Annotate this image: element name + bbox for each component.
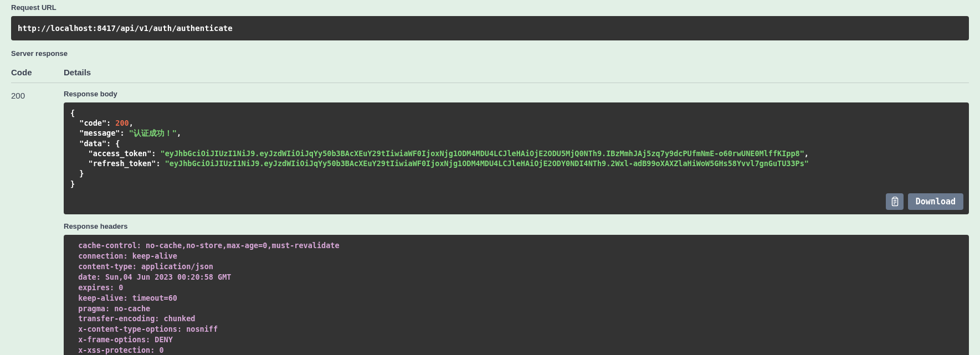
header-key: x-xss-protection: — [74, 346, 159, 354]
header-line: connection: keep-alive — [74, 251, 959, 261]
request-url-value: http://localhost:8417/api/v1/auth/authen… — [11, 16, 969, 40]
header-key: x-content-type-options: — [74, 325, 186, 333]
column-details-header: Details — [64, 68, 91, 77]
header-value: no-cache,no-store,max-age=0,must-revalid… — [146, 241, 344, 250]
json-comma: , — [129, 119, 134, 127]
json-key-data: "data" — [79, 139, 106, 148]
response-table-header: Code Details — [11, 68, 969, 83]
clipboard-icon — [890, 197, 899, 207]
svg-rect-1 — [893, 197, 896, 199]
header-value: application/json — [141, 262, 218, 271]
header-key: transfer-encoding: — [74, 314, 164, 323]
header-line: x-content-type-options: nosniff — [74, 324, 959, 335]
header-value: no-cache — [114, 304, 155, 313]
header-key: pragma: — [74, 304, 114, 313]
json-key-code: "code" — [79, 119, 106, 127]
header-line: keep-alive: timeout=60 — [74, 293, 959, 303]
json-brace: } — [70, 169, 84, 178]
header-line: date: Sun,04 Jun 2023 00:20:58 GMT — [74, 272, 959, 282]
json-colon: : — [120, 128, 129, 137]
json-key-message: "message" — [79, 128, 120, 137]
json-colon: : — [156, 159, 165, 168]
header-line: transfer-encoding: chunked — [74, 313, 959, 324]
header-key: keep-alive: — [74, 294, 132, 302]
header-value: 0 — [119, 283, 127, 292]
json-brace: { — [70, 109, 75, 117]
copy-button[interactable] — [886, 193, 904, 210]
json-comma: , — [177, 128, 181, 137]
header-line: content-type: application/json — [74, 261, 959, 272]
response-headers-block: cache-control: no-cache,no-store,max-age… — [64, 235, 969, 355]
status-code: 200 — [11, 90, 64, 355]
header-line: cache-control: no-cache,no-store,max-age… — [74, 240, 959, 251]
json-brace: } — [70, 179, 75, 188]
json-val-message: "认证成功！" — [129, 128, 177, 137]
header-line: x-frame-options: DENY — [74, 335, 959, 345]
header-key: content-type: — [74, 262, 141, 271]
header-value: timeout=60 — [132, 294, 182, 302]
json-key-refresh-token: "refresh_token" — [89, 159, 156, 168]
header-line: x-xss-protection: 0 — [74, 345, 959, 355]
header-line: pragma: no-cache — [74, 303, 959, 314]
header-value: keep-alive — [132, 251, 182, 260]
header-key: expires: — [74, 283, 119, 292]
request-url-label: Request URL — [11, 0, 969, 12]
response-body-label: Response body — [64, 90, 969, 98]
header-value: chunked — [164, 314, 200, 323]
json-comma: , — [804, 149, 809, 158]
header-key: date: — [74, 272, 105, 281]
json-colon: : { — [106, 139, 120, 148]
column-code-header: Code — [11, 68, 64, 77]
response-row: 200 Response body { "code": 200, "messag… — [11, 90, 969, 355]
response-headers-label: Response headers — [64, 222, 969, 230]
header-key: connection: — [74, 251, 132, 260]
header-value: nosniff — [186, 325, 222, 333]
json-key-access-token: "access_token" — [89, 149, 152, 158]
json-val-access-token: "eyJhbGciOiJIUzI1NiJ9.eyJzdWIiOiJqYy50b3… — [161, 149, 804, 158]
json-val-refresh-token: "eyJhbGciOiJIUzI1NiJ9.eyJzdWIiOiJqYy50b3… — [165, 159, 809, 168]
header-key: cache-control: — [74, 241, 146, 250]
server-response-label: Server response — [11, 46, 969, 58]
header-line: expires: 0 — [74, 282, 959, 293]
header-value: Sun,04 Jun 2023 00:20:58 GMT — [105, 272, 236, 281]
json-val-code: 200 — [115, 119, 129, 127]
download-button[interactable]: Download — [908, 193, 963, 210]
response-body-block: { "code": 200, "message": "认证成功！", "data… — [64, 102, 969, 214]
header-value: DENY — [155, 335, 177, 344]
json-colon: : — [106, 119, 115, 127]
header-key: x-frame-options: — [74, 335, 155, 344]
json-colon: : — [151, 149, 160, 158]
header-value: 0 — [159, 346, 168, 354]
